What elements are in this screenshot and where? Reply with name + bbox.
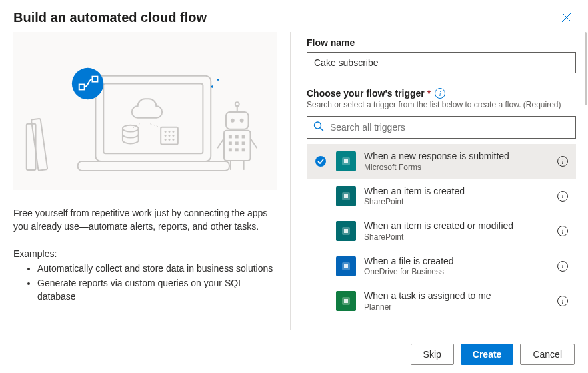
connector-icon <box>336 221 356 241</box>
search-wrapper <box>307 116 576 139</box>
trigger-service: SharePoint <box>364 197 549 207</box>
trigger-list: When a new response is submittedMicrosof… <box>307 144 576 319</box>
svg-point-15 <box>172 139 174 141</box>
connector-icon <box>336 256 356 276</box>
trigger-title: When an item is created or modified <box>364 220 549 232</box>
flow-name-label: Flow name <box>307 37 576 48</box>
svg-rect-47 <box>344 229 348 233</box>
svg-rect-51 <box>344 299 348 303</box>
trigger-text: When an item is createdSharePoint <box>364 186 549 208</box>
svg-rect-45 <box>344 194 348 198</box>
trigger-info-icon[interactable]: i <box>557 296 568 306</box>
svg-point-19 <box>231 119 235 123</box>
close-button[interactable] <box>559 9 575 25</box>
illustration-svg <box>13 32 277 190</box>
trigger-service: OneDrive for Business <box>364 267 549 277</box>
svg-rect-17 <box>31 119 47 171</box>
trigger-title: When an item is created <box>364 186 549 198</box>
example-item: Automatically collect and store data in … <box>37 262 277 275</box>
svg-point-13 <box>165 139 167 141</box>
flow-illustration <box>13 32 277 190</box>
skip-button[interactable]: Skip <box>411 344 454 365</box>
create-button[interactable]: Create <box>461 344 514 365</box>
svg-rect-31 <box>235 148 239 151</box>
svg-rect-30 <box>229 148 232 151</box>
trigger-text: When an item is created or modifiedShare… <box>364 220 549 242</box>
description-text: Free yourself from repetitive work just … <box>13 206 277 234</box>
connector-icon <box>336 151 356 171</box>
example-item: Generate reports via custom queries on y… <box>37 276 277 304</box>
trigger-text: When a file is createdOneDrive for Busin… <box>364 256 549 278</box>
search-icon <box>313 121 324 134</box>
svg-rect-16 <box>27 124 36 170</box>
trigger-title: When a file is created <box>364 256 549 268</box>
trigger-text: When a new response is submittedMicrosof… <box>364 151 549 173</box>
svg-point-9 <box>172 131 174 133</box>
dialog-header: Build an automated cloud flow <box>0 0 588 32</box>
dialog-title: Build an automated cloud flow <box>13 10 207 25</box>
trigger-item[interactable]: When a task is assigned to mePlanneri <box>307 284 576 319</box>
svg-point-12 <box>172 135 174 137</box>
svg-rect-4 <box>78 161 229 171</box>
trigger-help-text: Search or select a trigger from the list… <box>307 100 576 109</box>
svg-point-11 <box>169 135 171 137</box>
svg-point-40 <box>315 122 321 129</box>
trigger-title: When a task is assigned to me <box>364 290 549 302</box>
connector-icon <box>336 186 356 206</box>
trigger-info-icon[interactable]: i <box>557 226 568 236</box>
svg-rect-49 <box>344 264 348 268</box>
svg-point-10 <box>165 135 167 137</box>
trigger-service: SharePoint <box>364 232 549 242</box>
right-panel: Flow name Choose your flow's trigger * i… <box>291 32 588 330</box>
trigger-item[interactable]: When an item is created or modifiedShare… <box>307 214 576 249</box>
trigger-title: When a new response is submitted <box>364 151 549 163</box>
svg-rect-32 <box>242 148 245 151</box>
examples-label: Examples: <box>13 248 277 259</box>
required-asterisk: * <box>427 88 431 99</box>
examples-list: Automatically collect and store data in … <box>13 262 277 304</box>
trigger-info-icon[interactable]: i <box>557 191 568 202</box>
trigger-radio-slot <box>313 156 328 167</box>
info-icon[interactable]: i <box>435 88 445 99</box>
trigger-info-icon[interactable]: i <box>557 156 568 167</box>
close-icon <box>561 12 572 23</box>
svg-line-34 <box>251 138 257 148</box>
scrollbar-thumb[interactable] <box>585 32 587 105</box>
svg-rect-28 <box>235 141 239 145</box>
trigger-service: Microsoft Forms <box>364 163 549 173</box>
svg-rect-26 <box>242 135 245 139</box>
flow-name-input[interactable] <box>307 52 576 73</box>
check-icon <box>315 156 326 167</box>
dialog-content: Free yourself from repetitive work just … <box>0 32 588 330</box>
svg-point-20 <box>240 119 244 123</box>
svg-rect-24 <box>229 135 232 139</box>
svg-line-33 <box>217 138 224 148</box>
trigger-item[interactable]: When an item is createdSharePointi <box>307 179 576 214</box>
trigger-section-label: Choose your flow's trigger * <box>307 88 431 99</box>
svg-point-7 <box>165 131 167 133</box>
svg-line-41 <box>321 128 324 131</box>
svg-point-14 <box>169 139 171 141</box>
left-panel: Free yourself from repetitive work just … <box>0 32 290 330</box>
dialog-footer: Skip Create Cancel <box>0 336 588 373</box>
trigger-info-icon[interactable]: i <box>557 261 568 272</box>
trigger-service: Planner <box>364 302 549 312</box>
svg-point-22 <box>235 102 239 106</box>
svg-rect-23 <box>224 131 251 161</box>
svg-rect-29 <box>242 141 245 145</box>
svg-rect-18 <box>226 112 249 129</box>
trigger-item[interactable]: When a file is createdOneDrive for Busin… <box>307 249 576 284</box>
cancel-button[interactable]: Cancel <box>520 344 575 365</box>
trigger-search-input[interactable] <box>307 116 576 139</box>
svg-rect-27 <box>229 141 232 145</box>
svg-rect-25 <box>235 135 239 139</box>
trigger-item[interactable]: When a new response is submittedMicrosof… <box>307 144 576 179</box>
connector-icon <box>336 291 356 311</box>
svg-rect-43 <box>344 159 348 163</box>
svg-point-8 <box>169 131 171 133</box>
trigger-text: When a task is assigned to mePlanner <box>364 290 549 312</box>
